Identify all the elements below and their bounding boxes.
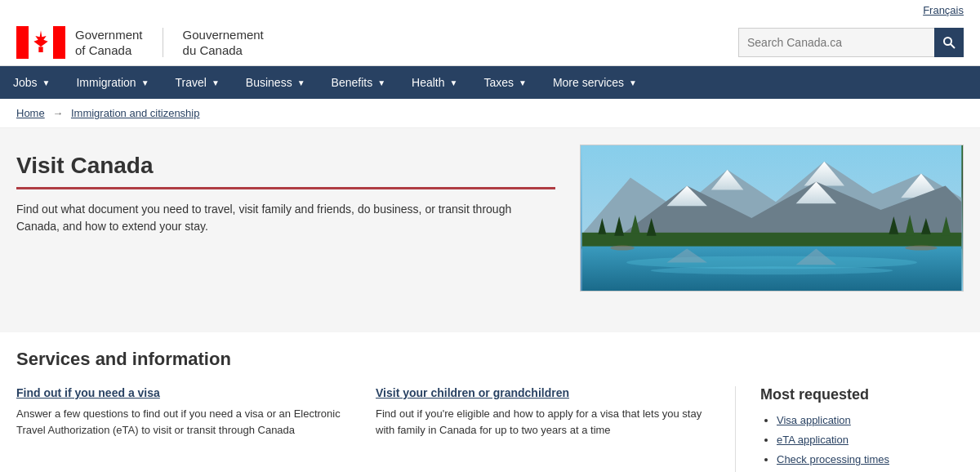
eta-application-link[interactable]: eTA application (777, 434, 849, 446)
hero-description: Find out what document you need to trave… (16, 201, 555, 235)
nav-taxes-arrow: ▼ (519, 78, 527, 87)
services-heading: Services and information (16, 349, 964, 370)
nav-benefits-arrow: ▼ (377, 78, 385, 87)
canada-flag-logo (16, 26, 65, 59)
breadcrumb-home[interactable]: Home (16, 107, 45, 119)
nav-immigration[interactable]: Immigration ▼ (63, 66, 162, 99)
nav-benefits[interactable]: Benefits ▼ (318, 66, 399, 99)
nav-health[interactable]: Health ▼ (399, 66, 470, 99)
breadcrumb-separator: → (52, 107, 66, 119)
search-area (738, 28, 964, 57)
breadcrumb: Home → Immigration and citizenship (0, 99, 980, 128)
svg-rect-1 (53, 26, 65, 59)
most-requested-section: Most requested Visa application eTA appl… (735, 386, 964, 472)
title-underline (16, 187, 555, 189)
hero-text: Visit Canada Find out what document you … (16, 145, 555, 292)
search-icon (942, 36, 956, 49)
hero-image (580, 145, 964, 292)
nav-more-services[interactable]: More services ▼ (540, 66, 650, 99)
list-item: Check processing times (777, 452, 964, 465)
svg-rect-15 (582, 233, 962, 249)
services-middle-column: Visit your children or grandchildren Fin… (376, 386, 735, 472)
nav-travel[interactable]: Travel ▼ (163, 66, 233, 99)
svg-point-26 (651, 266, 893, 274)
svg-point-29 (610, 246, 635, 251)
nav-jobs[interactable]: Jobs ▼ (0, 66, 63, 99)
logo-area: Government of Canada Gouvernement du Can… (16, 26, 738, 59)
nav-business-arrow: ▼ (297, 78, 305, 87)
services-left-column: Find out if you need a visa Answer a few… (16, 386, 376, 472)
processing-times-link[interactable]: Check processing times (777, 453, 889, 465)
main-nav: Jobs ▼ Immigration ▼ Travel ▼ Business ▼… (0, 66, 980, 99)
svg-rect-4 (38, 47, 42, 52)
visa-check-desc: Answer a few questions to find out if yo… (16, 406, 351, 438)
svg-point-5 (944, 38, 951, 45)
page-title: Visit Canada (16, 153, 555, 179)
government-name: Government of Canada (75, 27, 143, 59)
most-requested-heading: Most requested (760, 386, 964, 403)
nav-more-services-arrow: ▼ (629, 78, 637, 87)
hero-section: Visit Canada Find out what document you … (16, 145, 964, 292)
services-columns: Find out if you need a visa Answer a few… (16, 386, 964, 472)
nav-health-arrow: ▼ (450, 78, 458, 87)
visit-children-link[interactable]: Visit your children or grandchildren (376, 386, 710, 399)
most-requested-list: Visa application eTA application Check p… (760, 413, 964, 472)
gouvernement-name: Gouvernement du Canada (183, 27, 264, 59)
content-area: Visit Canada Find out what document you … (0, 128, 980, 332)
list-item: eTA application (777, 433, 964, 446)
nav-travel-arrow: ▼ (212, 78, 220, 87)
nav-taxes[interactable]: Taxes ▼ (470, 66, 539, 99)
top-bar: Français (0, 0, 980, 20)
nav-jobs-arrow: ▼ (42, 78, 51, 87)
header: Government of Canada Gouvernement du Can… (0, 20, 980, 66)
french-link[interactable]: Français (923, 4, 964, 16)
nav-immigration-arrow: ▼ (141, 78, 149, 87)
svg-point-30 (905, 246, 938, 251)
breadcrumb-current[interactable]: Immigration and citizenship (71, 107, 200, 119)
visa-check-link[interactable]: Find out if you need a visa (16, 386, 351, 399)
svg-line-6 (951, 44, 955, 48)
search-input[interactable] (738, 28, 934, 57)
list-item: Visa application (777, 413, 964, 426)
name-separator (163, 28, 163, 57)
visa-application-link[interactable]: Visa application (777, 414, 851, 426)
services-section: Services and information Find out if you… (0, 332, 980, 472)
svg-rect-0 (16, 26, 29, 59)
search-button[interactable] (934, 28, 964, 57)
visit-children-desc: Find out if you're eligible and how to a… (376, 406, 710, 438)
nav-business[interactable]: Business ▼ (233, 66, 318, 99)
